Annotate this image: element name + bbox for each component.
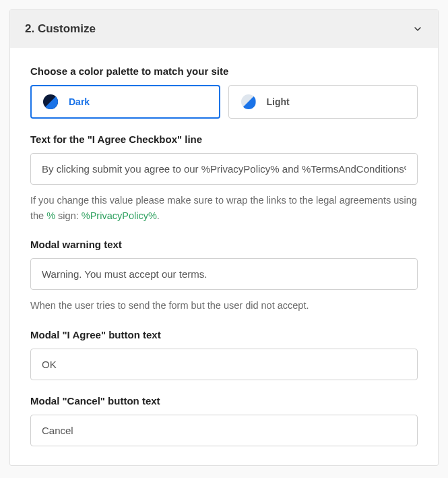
dark-swatch-icon [43,94,58,109]
cancel-button-input[interactable] [30,415,418,446]
warning-text-label: Modal warning text [30,239,418,250]
palette-field: Choose a color palette to match your sit… [30,65,418,119]
panel-body: Choose a color palette to match your sit… [10,48,438,465]
palette-label: Choose a color palette to match your sit… [30,65,418,77]
chevron-down-icon [412,24,423,34]
help-text-mid: sign: [55,210,82,221]
palette-option-light-label: Light [267,96,290,107]
help-text-example: %PrivacyPolicy% [82,210,157,221]
palette-option-dark-label: Dark [69,96,90,107]
palette-options: Dark Light [30,85,418,119]
agree-button-field: Modal "I Agree" button text [30,329,418,380]
checkbox-text-field: Text for the "I Agree Checkbox" line If … [30,133,418,224]
cancel-button-label: Modal "Cancel" button text [30,395,418,407]
checkbox-text-help: If you change this value please make sur… [30,193,418,224]
agree-button-input[interactable] [30,349,418,380]
customize-panel: 2. Customize Choose a color palette to m… [9,9,439,466]
panel-title: 2. Customize [25,22,96,36]
checkbox-text-label: Text for the "I Agree Checkbox" line [30,133,418,145]
checkbox-text-input[interactable] [30,153,418,185]
warning-text-input[interactable] [30,258,418,290]
palette-option-dark[interactable]: Dark [30,85,220,119]
cancel-button-field: Modal "Cancel" button text [30,395,418,446]
panel-header[interactable]: 2. Customize [10,10,438,48]
help-text-suffix: . [157,210,160,221]
warning-text-field: Modal warning text When the user tries t… [30,239,418,313]
light-swatch-icon [241,94,256,109]
warning-text-help: When the user tries to send the form but… [30,298,418,313]
agree-button-label: Modal "I Agree" button text [30,329,418,340]
help-text-percent: % [46,210,55,221]
palette-option-light[interactable]: Light [228,85,418,119]
